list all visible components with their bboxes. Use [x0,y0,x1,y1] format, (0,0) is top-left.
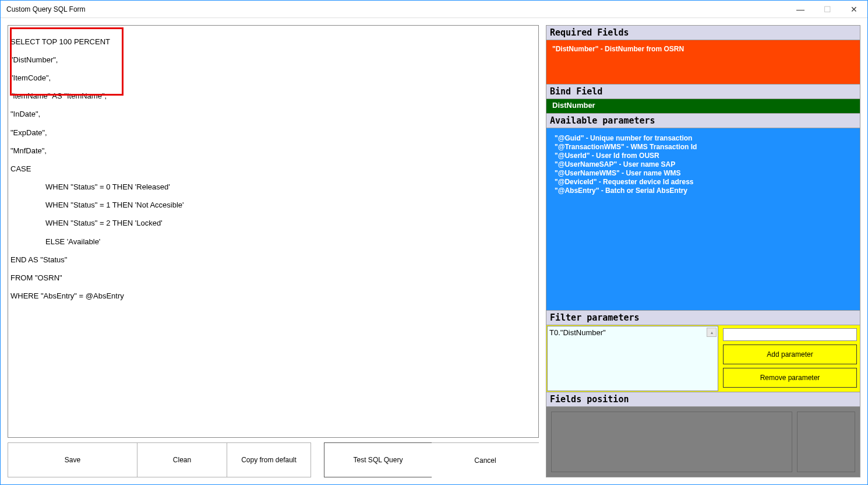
save-button[interactable]: Save [8,442,137,477]
sql-editor[interactable]: SELECT TOP 100 PERCENT "DistNumber", "It… [8,25,539,438]
clean-button[interactable]: Clean [137,442,227,477]
bind-field-box: DistNumber [546,99,860,113]
test-sql-query-button[interactable]: Test SQL Query [324,442,432,477]
sql-line: END AS "Status" [10,255,536,265]
titlebar: Custom Query SQL Form — ☐ ✕ [1,1,867,18]
scroll-up-icon[interactable]: ▴ [707,328,717,337]
add-parameter-button[interactable]: Add parameter [723,345,857,364]
remove-parameter-button[interactable]: Remove parameter [723,368,857,388]
sql-line: WHEN "Status" = 0 THEN 'Released' [45,182,536,192]
window-title: Custom Query SQL Form [6,5,86,13]
minimize-button[interactable]: — [787,1,814,18]
sql-line: CASE [10,164,536,174]
param-item: "@Guid" - Unique number for transaction [555,134,852,143]
maximize-button[interactable]: ☐ [814,1,841,18]
available-parameters-box: "@Guid" - Unique number for transaction … [546,128,860,310]
sql-line: "InDate", [10,110,536,119]
window-controls: — ☐ ✕ [787,1,867,18]
available-parameters-header: Available parameters [546,113,860,128]
param-item: "@UserNameSAP" - User name SAP [555,160,852,169]
sql-line: WHEN "Status" = 2 THEN 'Locked' [45,219,536,228]
bind-field-value: DistNumber [552,101,595,110]
sql-line: WHERE "AbsEntry" = @AbsEntry [10,291,536,301]
fields-position-box [546,407,860,477]
close-button[interactable]: ✕ [841,1,867,18]
sql-line: "DistNumber", [10,55,536,65]
filter-parameters-header: Filter parameters [546,310,860,325]
bind-field-header: Bind Field [546,84,860,99]
left-panel: SELECT TOP 100 PERCENT "DistNumber", "It… [8,25,539,477]
filter-text: T0."DistNumber" [549,328,606,337]
right-panel: Required Fields "DistNumber" - DistNumbe… [546,25,860,477]
sql-line: "ExpDate", [10,128,536,138]
filter-controls: Add parameter Remove parameter [721,326,859,391]
sql-line: "itemName" AS "ItemName", [10,92,536,101]
fields-position-header: Fields position [546,392,860,407]
cancel-button[interactable]: Cancel [432,442,539,477]
param-item: "@UserNameWMS" - User name WMS [555,169,852,178]
sql-line: ELSE 'Available' [45,237,536,247]
required-fields-box: "DistNumber" - DistNumber from OSRN [546,40,860,84]
copy-from-default-button[interactable]: Copy from default [227,442,311,477]
required-fields-header: Required Fields [546,26,860,40]
filter-section: T0."DistNumber" ▴ Add parameter Remove p… [546,325,860,392]
button-row: Save Clean Copy from default Test SQL Qu… [8,442,539,477]
main-container: SELECT TOP 100 PERCENT "DistNumber", "It… [1,18,867,484]
required-field-item: "DistNumber" - DistNumber from OSRN [552,45,854,53]
sql-line: FROM "OSRN" [10,273,536,283]
filter-input[interactable] [723,328,857,341]
sql-line: WHEN "Status" = 1 THEN 'Not Accesible' [45,201,536,210]
fields-position-column-right[interactable] [797,412,855,472]
sql-line: "MnfDate", [10,146,536,156]
sql-line: SELECT TOP 100 PERCENT [10,37,536,47]
fields-position-column-left[interactable] [551,412,792,472]
param-item: "@AbsEntry" - Batch or Serial AbsEntry [555,187,852,195]
filter-textarea[interactable]: T0."DistNumber" ▴ [547,326,718,391]
param-item: "@TransactionWMS" - WMS Transaction Id [555,143,852,152]
param-item: "@UserId" - User Id from OUSR [555,152,852,160]
sql-line: "ItemCode", [10,73,536,83]
param-item: "@DeviceId" - Requester device Id adress [555,178,852,187]
